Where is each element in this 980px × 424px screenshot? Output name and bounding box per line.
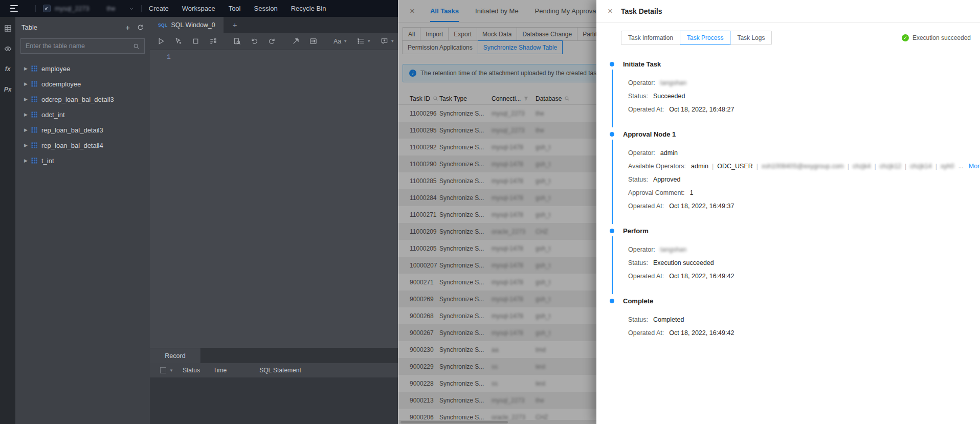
tree-item-rep_loan_bal_detail3[interactable]: ▶rep_loan_bal_detail3 <box>15 122 150 138</box>
case-icon[interactable]: Aa▼ <box>333 38 347 45</box>
filter-mock-data[interactable]: Mock Data <box>477 27 517 41</box>
add-table-icon[interactable]: + <box>125 24 130 31</box>
task-connection: aa <box>492 346 536 353</box>
task-row[interactable]: 11000271Synchronize S...mysql-1478gsh_t <box>398 206 596 223</box>
tree-item-odct_int[interactable]: ▶odct_int <box>15 107 150 122</box>
outline-icon[interactable]: ▼ <box>357 37 371 45</box>
new-tab-button[interactable]: + <box>224 17 247 33</box>
task-row[interactable]: 11000296Synchronize S...mysql_2273the <box>398 105 596 122</box>
redo-icon[interactable] <box>268 37 276 45</box>
task-connection: mysql-1478 <box>492 161 536 168</box>
record-body <box>150 377 398 424</box>
task-row[interactable]: 9000269Synchronize S...mysql-1478gsh_t <box>398 291 596 307</box>
separator: | <box>712 162 714 171</box>
task-row[interactable]: 11000209Synchronize S...oracle_2273CHZ <box>398 223 596 240</box>
task-type: Synchronize S... <box>439 211 492 218</box>
sql-editor[interactable]: 1 <box>150 50 398 348</box>
tab-initiated-by-me[interactable]: Initiated by Me <box>475 0 519 22</box>
menu-item-create[interactable]: Create <box>149 5 169 12</box>
tab-task-logs[interactable]: Task Logs <box>730 31 772 45</box>
task-row[interactable]: 9000271Synchronize S...mysql-1478gsh_t <box>398 274 596 291</box>
menu-item-tool[interactable]: Tool <box>229 5 241 12</box>
task-row[interactable]: 9000267Synchronize S...mysql-1478gsh_t <box>398 324 596 341</box>
task-database: gsh_t <box>536 161 587 168</box>
undo-icon[interactable] <box>251 37 258 45</box>
task-row[interactable]: 11000290Synchronize S...mysql-1478gsh_t <box>398 155 596 172</box>
horizontal-scrollbar[interactable] <box>398 420 596 424</box>
task-row[interactable]: 11000205Synchronize S...mysql-1478gsh_t <box>398 240 596 257</box>
tree-item-rep_loan_bal_detail4[interactable]: ▶rep_loan_bal_detail4 <box>15 138 150 153</box>
caret-right-icon[interactable]: ▶ <box>24 143 31 148</box>
search-icon[interactable] <box>564 96 570 101</box>
filter-icon[interactable] <box>523 96 529 101</box>
menu-item-session[interactable]: Session <box>254 5 277 12</box>
filter-permission-applications[interactable]: Permission Applications <box>402 40 478 54</box>
caret-right-icon[interactable]: ▶ <box>24 112 31 117</box>
task-row[interactable]: 11000292Synchronize S...mysql-1478gsh_t <box>398 139 596 155</box>
app-logo-icon[interactable] <box>10 5 18 12</box>
more-link[interactable]: More <box>969 162 980 171</box>
column-header-connecti-: Connecti... <box>492 95 536 102</box>
task-row[interactable]: 11000284Synchronize S...mysql-1478gsh_t <box>398 189 596 206</box>
filter-database-change[interactable]: Database Change <box>517 27 577 41</box>
field-operator: Operator:tangshan <box>628 79 968 87</box>
tab-record[interactable]: Record <box>150 348 201 363</box>
menu-item-workspace[interactable]: Workspace <box>182 5 215 12</box>
run-section-icon[interactable] <box>174 37 182 45</box>
tab-task-process[interactable]: Task Process <box>680 31 730 45</box>
filter-import[interactable]: Import <box>420 27 449 41</box>
tab-all-tasks[interactable]: All Tasks <box>430 0 459 22</box>
caret-right-icon[interactable]: ▶ <box>24 66 31 71</box>
procedure-icon[interactable]: Px <box>4 85 12 94</box>
chevron-down-icon[interactable]: ▼ <box>169 368 173 373</box>
task-type: Synchronize S... <box>439 296 492 303</box>
divider <box>35 5 36 12</box>
table-name: employee <box>41 65 70 73</box>
tree-item-odcrep_loan_bal_detail3[interactable]: ▶odcrep_loan_bal_detail3 <box>15 92 150 107</box>
task-id: 9000213 <box>398 397 439 404</box>
run-icon[interactable] <box>157 37 165 45</box>
filter-partition-plan[interactable]: Partition Plan <box>577 27 596 41</box>
caret-right-icon[interactable]: ▶ <box>24 127 31 132</box>
tree-item-t_int[interactable]: ▶t_int <box>15 153 150 168</box>
tab-task-information[interactable]: Task Information <box>621 31 680 45</box>
select-all-checkbox[interactable] <box>160 367 166 373</box>
comment-icon[interactable]: ▼ <box>381 37 394 45</box>
filter-synchronize-shadow-table[interactable]: Synchronize Shadow Table <box>478 40 563 54</box>
menu-item-recycle-bin[interactable]: Recycle Bin <box>291 5 326 12</box>
whitespace-icon[interactable] <box>309 37 317 45</box>
tree-item-odcemployee[interactable]: ▶odcemployee <box>15 76 150 92</box>
format-icon[interactable] <box>292 37 300 45</box>
table-list-icon[interactable] <box>4 24 12 32</box>
caret-right-icon[interactable]: ▶ <box>24 158 31 163</box>
find-icon[interactable] <box>233 37 241 45</box>
task-row[interactable]: 9000268Synchronize S...mysql-1478gsh_t <box>398 307 596 324</box>
refresh-icon[interactable] <box>137 24 144 31</box>
search-icon[interactable] <box>433 96 438 101</box>
task-row[interactable]: 9000229Synchronize S...sstest <box>398 358 596 375</box>
table-search-input[interactable] <box>26 42 133 50</box>
tab-pending-my-approval[interactable]: Pending My Approval <box>535 0 596 22</box>
task-type: Synchronize S... <box>439 144 492 151</box>
separator: | <box>848 162 849 171</box>
tab-sql-window-0[interactable]: SQL SQL Window_0 <box>150 17 224 33</box>
execution-plan-icon[interactable] <box>209 37 217 45</box>
function-icon[interactable]: fx <box>4 65 12 73</box>
task-row[interactable]: 9000213Synchronize S...mysql_2273the <box>398 392 596 409</box>
task-row[interactable]: 11000285Synchronize S...mysql-1478gsh_t <box>398 172 596 189</box>
preview-eye-icon[interactable] <box>4 44 12 53</box>
task-row[interactable]: 9000230Synchronize S...aatmd <box>398 341 596 358</box>
filter-export[interactable]: Export <box>448 27 477 41</box>
task-row[interactable]: 9000228Synchronize S...sstest <box>398 375 596 392</box>
task-row[interactable]: 10000207Synchronize S...mysql-1478gsh_t <box>398 257 596 274</box>
filter-all[interactable]: All <box>403 27 420 41</box>
stop-icon[interactable] <box>192 37 199 45</box>
close-icon[interactable]: × <box>608 7 613 15</box>
caret-right-icon[interactable]: ▶ <box>24 97 31 102</box>
search-icon[interactable] <box>133 43 140 50</box>
caret-right-icon[interactable]: ▶ <box>24 81 31 86</box>
task-row[interactable]: 11000295Synchronize S...mysql_2273the <box>398 122 596 139</box>
tree-item-employee[interactable]: ▶employee <box>15 61 150 76</box>
close-icon[interactable]: × <box>410 7 415 15</box>
chevron-down-icon[interactable] <box>129 6 134 11</box>
